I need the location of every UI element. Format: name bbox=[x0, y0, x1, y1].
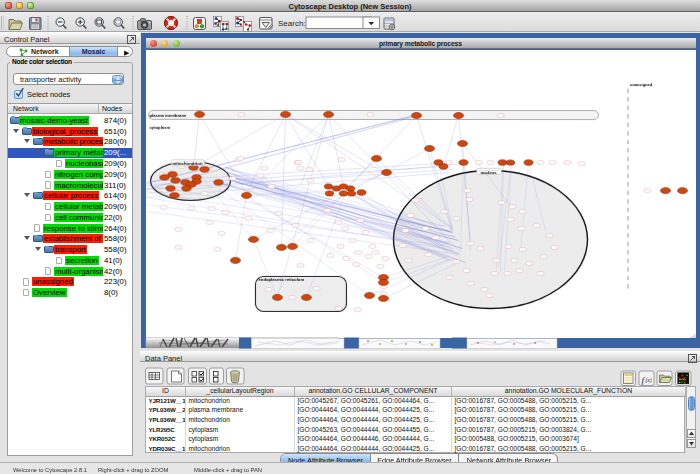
svg-text:(x): (x) bbox=[646, 377, 652, 384]
svg-text:unassigned: unassigned bbox=[630, 82, 653, 87]
svg-text:nucleus: nucleus bbox=[480, 169, 497, 174]
svg-text:Search:: Search: bbox=[278, 19, 306, 28]
svg-text:endoplasmic reticulum: endoplasmic reticulum bbox=[258, 276, 304, 281]
svg-text:plasma membrane: plasma membrane bbox=[149, 112, 186, 117]
svg-text:mitochondrion: mitochondrion bbox=[172, 160, 202, 165]
svg-text:cytoplasm: cytoplasm bbox=[149, 124, 170, 129]
